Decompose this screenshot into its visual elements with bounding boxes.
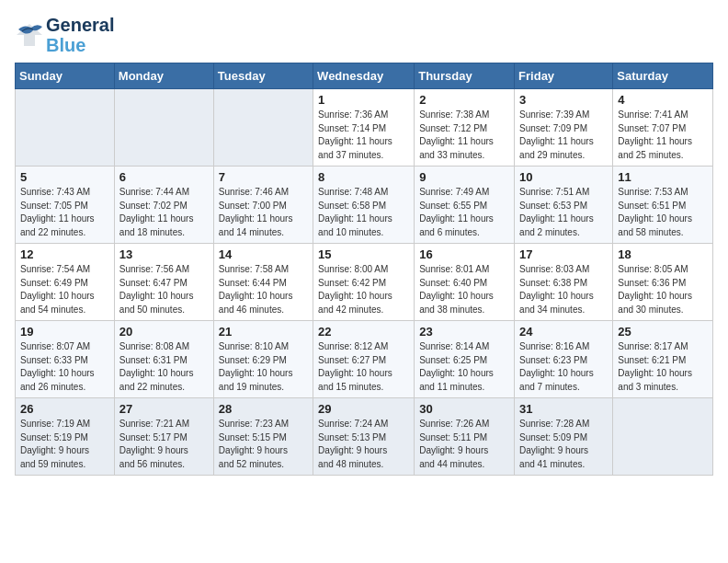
calendar-cell: 11Sunrise: 7:53 AM Sunset: 6:51 PM Dayli… xyxy=(613,167,713,244)
calendar-cell xyxy=(114,89,213,167)
day-info: Sunrise: 7:51 AM Sunset: 6:53 PM Dayligh… xyxy=(519,186,608,239)
day-info: Sunrise: 7:38 AM Sunset: 7:12 PM Dayligh… xyxy=(419,109,509,162)
calendar-cell: 27Sunrise: 7:21 AM Sunset: 5:17 PM Dayli… xyxy=(114,398,213,476)
day-number: 23 xyxy=(419,325,509,339)
calendar-week-row: 12Sunrise: 7:54 AM Sunset: 6:49 PM Dayli… xyxy=(16,244,713,321)
day-number: 16 xyxy=(419,247,509,261)
calendar-cell: 21Sunrise: 8:10 AM Sunset: 6:29 PM Dayli… xyxy=(213,321,313,398)
weekday-header: Saturday xyxy=(613,63,713,89)
day-number: 30 xyxy=(419,402,509,416)
day-number: 25 xyxy=(618,325,708,339)
day-number: 21 xyxy=(219,325,308,339)
day-number: 18 xyxy=(618,247,708,261)
calendar-cell: 28Sunrise: 7:23 AM Sunset: 5:15 PM Dayli… xyxy=(213,398,313,476)
day-info: Sunrise: 8:01 AM Sunset: 6:40 PM Dayligh… xyxy=(419,263,509,316)
calendar-cell: 6Sunrise: 7:44 AM Sunset: 7:02 PM Daylig… xyxy=(114,167,213,244)
day-info: Sunrise: 7:44 AM Sunset: 7:02 PM Dayligh… xyxy=(119,186,209,239)
day-info: Sunrise: 7:36 AM Sunset: 7:14 PM Dayligh… xyxy=(318,109,409,162)
day-number: 1 xyxy=(318,93,409,107)
day-info: Sunrise: 7:54 AM Sunset: 6:49 PM Dayligh… xyxy=(20,263,109,316)
day-info: Sunrise: 7:23 AM Sunset: 5:15 PM Dayligh… xyxy=(219,418,308,471)
day-number: 26 xyxy=(20,402,109,416)
calendar-cell: 3Sunrise: 7:39 AM Sunset: 7:09 PM Daylig… xyxy=(515,89,613,167)
calendar-cell: 17Sunrise: 8:03 AM Sunset: 6:38 PM Dayli… xyxy=(515,244,613,321)
calendar-cell: 8Sunrise: 7:48 AM Sunset: 6:58 PM Daylig… xyxy=(313,167,415,244)
day-info: Sunrise: 7:46 AM Sunset: 7:00 PM Dayligh… xyxy=(219,186,308,239)
calendar-week-row: 1Sunrise: 7:36 AM Sunset: 7:14 PM Daylig… xyxy=(16,89,713,167)
calendar-cell: 23Sunrise: 8:14 AM Sunset: 6:25 PM Dayli… xyxy=(415,321,515,398)
day-info: Sunrise: 7:19 AM Sunset: 5:19 PM Dayligh… xyxy=(20,418,109,471)
calendar-cell xyxy=(213,89,313,167)
weekday-header: Thursday xyxy=(415,63,515,89)
logo-line2: Blue xyxy=(46,35,114,55)
day-info: Sunrise: 7:24 AM Sunset: 5:13 PM Dayligh… xyxy=(318,418,409,471)
day-number: 9 xyxy=(419,170,509,184)
day-info: Sunrise: 7:58 AM Sunset: 6:44 PM Dayligh… xyxy=(219,263,308,316)
day-info: Sunrise: 7:49 AM Sunset: 6:55 PM Dayligh… xyxy=(419,186,509,239)
day-info: Sunrise: 7:26 AM Sunset: 5:11 PM Dayligh… xyxy=(419,418,509,471)
day-number: 7 xyxy=(219,170,308,184)
day-info: Sunrise: 7:28 AM Sunset: 5:09 PM Dayligh… xyxy=(519,418,608,471)
day-number: 3 xyxy=(519,93,608,107)
calendar-cell: 13Sunrise: 7:56 AM Sunset: 6:47 PM Dayli… xyxy=(114,244,213,321)
day-info: Sunrise: 7:21 AM Sunset: 5:17 PM Dayligh… xyxy=(119,418,209,471)
calendar-cell: 18Sunrise: 8:05 AM Sunset: 6:36 PM Dayli… xyxy=(613,244,713,321)
calendar-cell: 4Sunrise: 7:41 AM Sunset: 7:07 PM Daylig… xyxy=(613,89,713,167)
day-number: 2 xyxy=(419,93,509,107)
logo: General Blue xyxy=(15,15,114,55)
day-info: Sunrise: 8:07 AM Sunset: 6:33 PM Dayligh… xyxy=(20,340,109,394)
day-info: Sunrise: 7:56 AM Sunset: 6:47 PM Dayligh… xyxy=(119,263,209,316)
day-number: 14 xyxy=(219,247,308,261)
day-number: 5 xyxy=(20,170,109,184)
calendar-cell: 31Sunrise: 7:28 AM Sunset: 5:09 PM Dayli… xyxy=(515,398,613,476)
day-number: 24 xyxy=(519,325,608,339)
calendar-cell: 5Sunrise: 7:43 AM Sunset: 7:05 PM Daylig… xyxy=(16,167,115,244)
day-number: 17 xyxy=(519,247,608,261)
day-info: Sunrise: 8:14 AM Sunset: 6:25 PM Dayligh… xyxy=(419,340,509,394)
calendar-cell: 30Sunrise: 7:26 AM Sunset: 5:11 PM Dayli… xyxy=(415,398,515,476)
day-info: Sunrise: 8:17 AM Sunset: 6:21 PM Dayligh… xyxy=(618,340,708,394)
calendar-cell xyxy=(613,398,713,476)
day-info: Sunrise: 8:03 AM Sunset: 6:38 PM Dayligh… xyxy=(519,263,608,316)
logo-icon xyxy=(15,22,44,48)
day-info: Sunrise: 7:53 AM Sunset: 6:51 PM Dayligh… xyxy=(618,186,708,239)
day-number: 15 xyxy=(318,247,409,261)
calendar-cell: 12Sunrise: 7:54 AM Sunset: 6:49 PM Dayli… xyxy=(16,244,115,321)
day-number: 19 xyxy=(20,325,109,339)
day-info: Sunrise: 8:12 AM Sunset: 6:27 PM Dayligh… xyxy=(318,340,409,394)
day-number: 31 xyxy=(519,402,608,416)
day-number: 11 xyxy=(618,170,708,184)
day-info: Sunrise: 8:00 AM Sunset: 6:42 PM Dayligh… xyxy=(318,263,409,316)
calendar-cell: 20Sunrise: 8:08 AM Sunset: 6:31 PM Dayli… xyxy=(114,321,213,398)
calendar-cell: 10Sunrise: 7:51 AM Sunset: 6:53 PM Dayli… xyxy=(515,167,613,244)
calendar-week-row: 26Sunrise: 7:19 AM Sunset: 5:19 PM Dayli… xyxy=(16,398,713,476)
day-info: Sunrise: 7:39 AM Sunset: 7:09 PM Dayligh… xyxy=(519,109,608,162)
weekday-header: Wednesday xyxy=(313,63,415,89)
day-number: 13 xyxy=(119,247,209,261)
day-info: Sunrise: 8:05 AM Sunset: 6:36 PM Dayligh… xyxy=(618,263,708,316)
day-number: 22 xyxy=(318,325,409,339)
calendar-cell: 14Sunrise: 7:58 AM Sunset: 6:44 PM Dayli… xyxy=(213,244,313,321)
day-info: Sunrise: 7:41 AM Sunset: 7:07 PM Dayligh… xyxy=(618,109,708,162)
calendar-week-row: 19Sunrise: 8:07 AM Sunset: 6:33 PM Dayli… xyxy=(16,321,713,398)
calendar-cell: 7Sunrise: 7:46 AM Sunset: 7:00 PM Daylig… xyxy=(213,167,313,244)
day-number: 20 xyxy=(119,325,209,339)
calendar-week-row: 5Sunrise: 7:43 AM Sunset: 7:05 PM Daylig… xyxy=(16,167,713,244)
day-info: Sunrise: 8:10 AM Sunset: 6:29 PM Dayligh… xyxy=(219,340,308,394)
weekday-header: Tuesday xyxy=(213,63,313,89)
day-number: 29 xyxy=(318,402,409,416)
weekday-header: Monday xyxy=(114,63,213,89)
day-number: 8 xyxy=(318,170,409,184)
calendar-cell xyxy=(16,89,115,167)
day-number: 6 xyxy=(119,170,209,184)
logo-line1: General xyxy=(46,15,114,35)
day-number: 12 xyxy=(20,247,109,261)
calendar-cell: 2Sunrise: 7:38 AM Sunset: 7:12 PM Daylig… xyxy=(415,89,515,167)
calendar-cell: 16Sunrise: 8:01 AM Sunset: 6:40 PM Dayli… xyxy=(415,244,515,321)
calendar-cell: 25Sunrise: 8:17 AM Sunset: 6:21 PM Dayli… xyxy=(613,321,713,398)
day-info: Sunrise: 8:16 AM Sunset: 6:23 PM Dayligh… xyxy=(519,340,608,394)
day-number: 4 xyxy=(618,93,708,107)
calendar-cell: 19Sunrise: 8:07 AM Sunset: 6:33 PM Dayli… xyxy=(16,321,115,398)
day-info: Sunrise: 8:08 AM Sunset: 6:31 PM Dayligh… xyxy=(119,340,209,394)
calendar-cell: 26Sunrise: 7:19 AM Sunset: 5:19 PM Dayli… xyxy=(16,398,115,476)
